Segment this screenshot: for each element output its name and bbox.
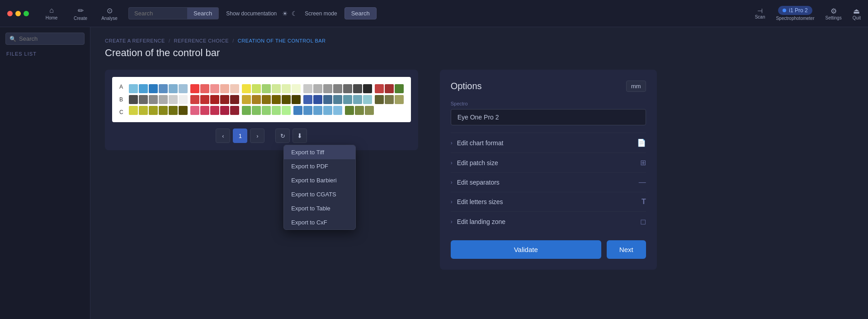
edit-landing-zone-left: › Edit landing zone xyxy=(451,218,505,225)
files-list-label: FILES LIST xyxy=(5,49,85,58)
nav-analyse-label: Analyse xyxy=(101,16,118,21)
color-chart xyxy=(129,84,404,115)
edit-separators-left: › Edit separators xyxy=(451,179,500,186)
unit-badge[interactable]: mm xyxy=(626,81,646,92)
next-button[interactable]: Next xyxy=(607,240,646,259)
breadcrumb-sep-1: / xyxy=(169,38,170,43)
edit-patch-size-row[interactable]: › Edit patch size ⊞ xyxy=(451,152,646,172)
scan-area[interactable]: ⊣ Scan xyxy=(755,7,765,19)
options-header: Options mm xyxy=(451,81,646,92)
edit-patch-size-label: Edit patch size xyxy=(457,159,498,167)
chart-area: A B C xyxy=(112,77,411,122)
create-icon: ✏ xyxy=(78,6,84,15)
page-1-button[interactable]: 1 xyxy=(233,129,247,143)
screen-mode-icon-1[interactable]: ☀ xyxy=(282,10,288,17)
edit-landing-zone-row[interactable]: › Edit landing zone ◻ xyxy=(451,211,646,231)
pagination: ‹ 1 › ↻ ⬇ Export to Tiff Export to PDF E… xyxy=(112,129,411,143)
row-label-c: C xyxy=(119,108,123,117)
maximize-button[interactable] xyxy=(24,11,29,16)
breadcrumb-sep-2: / xyxy=(232,38,234,43)
content-area: CREATE A REFERENCE / REFERENCE CHOICE / … xyxy=(90,27,868,319)
nav-home-label: Home xyxy=(46,15,58,20)
row-labels: A B C xyxy=(119,82,123,117)
traffic-lights xyxy=(7,11,29,16)
options-panel: Options mm Spectro › Edit chart format 📄… xyxy=(440,70,657,270)
close-button[interactable] xyxy=(7,11,13,16)
page-title: Creation of the control bar xyxy=(105,47,854,59)
nav-analyse[interactable]: ⊙ Analyse xyxy=(96,5,123,23)
next-page-button[interactable]: › xyxy=(250,129,264,143)
edit-chart-format-label: Edit chart format xyxy=(457,139,504,147)
sidebar-search-icon: 🔍 xyxy=(9,36,16,42)
spectro-field-label: Spectro xyxy=(451,101,646,106)
breadcrumb-item-1[interactable]: CREATE A REFERENCE xyxy=(105,38,165,43)
nav-create-label: Create xyxy=(74,16,87,21)
scan-icon: ⊣ xyxy=(757,7,763,14)
search-button-2[interactable]: Search xyxy=(344,7,377,19)
nav-home[interactable]: ⌂ Home xyxy=(38,5,65,22)
landing-zone-icon: ◻ xyxy=(640,217,646,226)
screen-mode-icons: ☀ ☾ xyxy=(282,10,297,17)
action-buttons: Validate Next xyxy=(451,240,646,259)
spectro-name: i1 Pro 2 xyxy=(789,7,807,14)
chevron-letters-sizes: › xyxy=(451,199,453,205)
letters-sizes-icon: T xyxy=(642,198,646,206)
chart-row-2 xyxy=(129,95,404,104)
breadcrumb-item-3: CREATION OF THE CONTROL BAR xyxy=(238,38,326,43)
edit-separators-label: Edit separators xyxy=(457,179,500,186)
edit-landing-zone-label: Edit landing zone xyxy=(457,218,505,225)
spectro-dot xyxy=(783,9,786,12)
chevron-patch-size: › xyxy=(451,160,453,166)
export-cgats-item[interactable]: Export to CGATS xyxy=(284,187,355,201)
sidebar-search-box[interactable]: 🔍 xyxy=(5,33,85,45)
chart-format-icon: 📄 xyxy=(637,138,646,147)
breadcrumb: CREATE A REFERENCE / REFERENCE CHOICE / … xyxy=(105,38,854,43)
breadcrumb-item-2[interactable]: REFERENCE CHOICE xyxy=(174,38,229,43)
home-icon: ⌂ xyxy=(49,6,54,14)
export-table-item[interactable]: Export to Table xyxy=(284,201,355,215)
options-title: Options xyxy=(451,81,482,91)
quit-label: Quit xyxy=(853,15,861,20)
download-button[interactable]: ⬇ xyxy=(292,129,307,143)
edit-letters-sizes-row[interactable]: › Edit letters sizes T xyxy=(451,192,646,211)
rotate-button[interactable]: ↻ xyxy=(275,129,290,143)
prev-page-button[interactable]: ‹ xyxy=(216,129,230,143)
settings-area[interactable]: ⚙ Settings xyxy=(826,7,842,20)
search-input[interactable] xyxy=(128,7,187,19)
export-barbieri-item[interactable]: Export to Barbieri xyxy=(284,173,355,187)
export-pdf-item[interactable]: Export to PDF xyxy=(284,159,355,173)
separators-icon: — xyxy=(639,178,646,186)
spectro-area: i1 Pro 2 Spectrophotometer xyxy=(776,6,814,21)
chart-card: A B C xyxy=(105,70,418,150)
row-label-a: A xyxy=(119,82,123,91)
scan-label: Scan xyxy=(755,14,765,19)
quit-area[interactable]: ⏏ Quit xyxy=(853,7,861,20)
export-dropdown: Export to Tiff Export to PDF Export to B… xyxy=(283,145,356,230)
sidebar-search-input[interactable] xyxy=(19,35,80,42)
settings-icon: ⚙ xyxy=(830,7,837,15)
edit-patch-size-left: › Edit patch size xyxy=(451,159,498,167)
export-tiff-item[interactable]: Export to Tiff xyxy=(284,145,355,159)
main-layout: 🔍 FILES LIST CREATE A REFERENCE / REFERE… xyxy=(0,27,868,319)
edit-letters-sizes-label: Edit letters sizes xyxy=(457,198,503,205)
chevron-chart-format: › xyxy=(451,140,453,146)
chevron-separators: › xyxy=(451,179,453,186)
spectro-type-label: Spectrophotometer xyxy=(776,16,814,21)
chevron-landing-zone: › xyxy=(451,219,453,225)
screen-mode-icon-2[interactable]: ☾ xyxy=(292,10,297,17)
validate-button[interactable]: Validate xyxy=(451,240,601,259)
sidebar: 🔍 FILES LIST xyxy=(0,27,90,319)
doc-label[interactable]: Show documentation xyxy=(226,10,277,17)
search-area: Search xyxy=(128,7,219,19)
screen-mode-label: Screen mode xyxy=(305,10,337,17)
search-button-1[interactable]: Search xyxy=(187,7,219,19)
edit-chart-format-row[interactable]: › Edit chart format 📄 xyxy=(451,133,646,152)
minimize-button[interactable] xyxy=(15,11,21,16)
export-cxf-item[interactable]: Export to CxF xyxy=(284,215,355,229)
edit-separators-row[interactable]: › Edit separators — xyxy=(451,172,646,192)
quit-icon: ⏏ xyxy=(853,7,860,15)
spectro-field-input[interactable] xyxy=(451,109,646,125)
chart-row-1 xyxy=(129,84,404,93)
nav-create[interactable]: ✏ Create xyxy=(67,5,94,23)
spectro-badge: i1 Pro 2 xyxy=(778,6,812,15)
